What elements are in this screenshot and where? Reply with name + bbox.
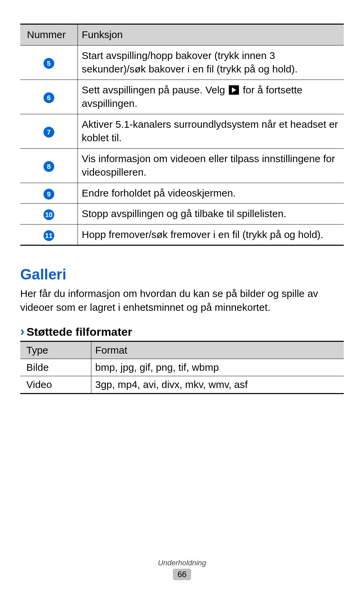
type-cell: Video <box>20 376 91 394</box>
table-row: 9 Endre forholdet på videoskjermen. <box>20 183 344 204</box>
section-body: Her får du informasjon om hvordan du kan… <box>20 287 344 314</box>
chapter-name: Underholdning <box>0 559 364 567</box>
function-desc: Aktiver 5.1-kanalers surroundlydsystem n… <box>78 114 344 148</box>
type-cell: Bilde <box>20 359 91 376</box>
number-bullet-icon: 5 <box>43 58 54 69</box>
page-number: 66 <box>173 569 191 580</box>
page-footer: Underholdning 66 <box>0 559 364 580</box>
number-bullet-icon: 10 <box>43 209 54 220</box>
number-bullet-icon: 6 <box>43 92 54 103</box>
function-desc: Vis informasjon om videoen eller tilpass… <box>78 148 344 183</box>
header-number: Nummer <box>20 24 78 46</box>
table-row: 6 Sett avspillingen på pause. Velg for å… <box>20 80 344 114</box>
table-row: 7 Aktiver 5.1-kanalers surroundlydsystem… <box>20 114 344 148</box>
header-function: Funksjon <box>78 24 344 46</box>
subheading: ›Støttede filformater <box>20 324 344 339</box>
function-desc: Start avspilling/hopp bakover (trykk inn… <box>78 45 344 80</box>
function-desc: Endre forholdet på videoskjermen. <box>78 183 344 204</box>
function-desc: Sett avspillingen på pause. Velg for å f… <box>78 80 344 114</box>
table-row: 11 Hopp fremover/søk fremover i en fil (… <box>20 224 344 245</box>
number-bullet-icon: 9 <box>43 189 54 200</box>
table-header-row: Type Format <box>20 341 344 359</box>
chevron-right-icon: › <box>20 324 25 338</box>
number-bullet-icon: 8 <box>43 161 54 172</box>
play-icon <box>229 85 239 95</box>
table-row: 8 Vis informasjon om videoen eller tilpa… <box>20 148 344 183</box>
table-row: 10 Stopp avspillingen og gå tilbake til … <box>20 204 344 225</box>
function-desc: Stopp avspillingen og gå tilbake til spi… <box>78 204 344 225</box>
function-desc: Hopp fremover/søk fremover i en fil (try… <box>78 224 344 245</box>
number-bullet-icon: 11 <box>43 230 54 241</box>
number-bullet-icon: 7 <box>43 127 54 138</box>
table-row: 5 Start avspilling/hopp bakover (trykk i… <box>20 45 344 80</box>
format-cell: 3gp, mp4, avi, divx, mkv, wmv, asf <box>91 376 344 394</box>
table-header-row: Nummer Funksjon <box>20 24 344 46</box>
format-table: Type Format Bilde bmp, jpg, gif, png, ti… <box>20 341 344 394</box>
table-row: Bilde bmp, jpg, gif, png, tif, wbmp <box>20 359 344 376</box>
function-table: Nummer Funksjon 5 Start avspilling/hopp … <box>20 24 344 246</box>
table-row: Video 3gp, mp4, avi, divx, mkv, wmv, asf <box>20 376 344 394</box>
header-type: Type <box>20 341 91 359</box>
section-heading: Galleri <box>20 266 344 283</box>
format-cell: bmp, jpg, gif, png, tif, wbmp <box>91 359 344 376</box>
header-format: Format <box>91 341 344 359</box>
